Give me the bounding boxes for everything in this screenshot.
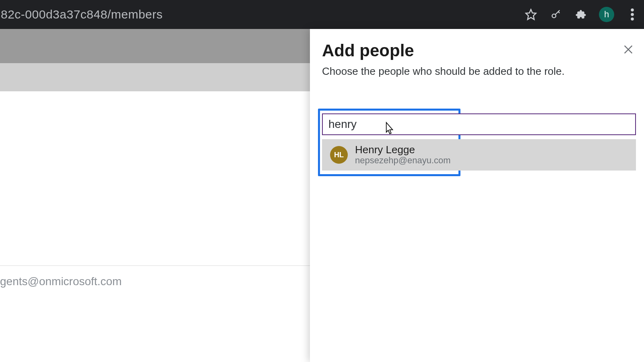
bookmark-star-icon[interactable]	[524, 8, 538, 21]
svg-marker-0	[526, 10, 536, 20]
address-bar-fragment[interactable]: 82c-000d3a37c848/members	[0, 8, 163, 21]
suggestion-avatar: HL	[330, 146, 348, 164]
svg-point-2	[631, 8, 634, 12]
background-subheader-band	[0, 63, 310, 91]
suggestion-name: Henry Legge	[355, 144, 451, 156]
password-key-icon[interactable]	[549, 8, 563, 21]
svg-point-1	[552, 14, 556, 18]
people-suggestion-row[interactable]: HL Henry Legge nepsezehp@enayu.com	[322, 139, 636, 171]
people-search-input[interactable]	[322, 113, 636, 135]
browser-chrome: 82c-000d3a37c848/members h	[0, 0, 644, 29]
add-people-panel: Add people Choose the people who should …	[310, 29, 644, 362]
extensions-puzzle-icon[interactable]	[574, 8, 588, 21]
panel-subtitle: Choose the people who should be added to…	[322, 65, 565, 78]
background-email-text: gents@onmicrosoft.com	[0, 275, 122, 288]
background-divider	[0, 265, 310, 266]
svg-point-3	[631, 13, 634, 16]
browser-profile-avatar[interactable]: h	[599, 7, 614, 22]
close-icon	[623, 44, 634, 55]
panel-title: Add people	[322, 41, 414, 60]
background-page-dimmed: gents@onmicrosoft.com	[0, 29, 310, 362]
browser-menu-kebab-icon[interactable]	[625, 8, 639, 21]
svg-point-4	[631, 18, 634, 21]
background-header-band	[0, 29, 310, 63]
suggestion-email: nepsezehp@enayu.com	[355, 155, 451, 166]
suggestion-text: Henry Legge nepsezehp@enayu.com	[355, 144, 451, 166]
close-panel-button[interactable]	[620, 41, 637, 58]
browser-toolbar: h	[524, 0, 639, 29]
